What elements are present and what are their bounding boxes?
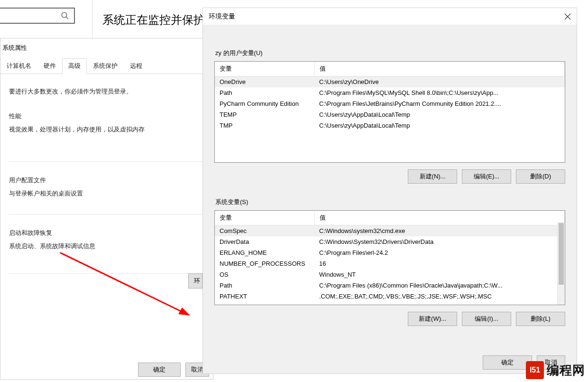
var-value-cell: C:\Users\zy\AppData\Local\Temp (314, 120, 565, 131)
user-new-button[interactable]: 新建(N)... (408, 169, 457, 184)
tab-hardware[interactable]: 硬件 (37, 58, 62, 74)
var-name-cell: OS (215, 269, 314, 280)
admin-note: 要进行大多数更改，你必须作为管理员登录。 (9, 87, 204, 96)
system-new-button[interactable]: 新建(W)... (408, 312, 457, 326)
watermark-logo-icon: l51 (526, 361, 544, 379)
system-delete-button[interactable]: 删除(L) (516, 312, 565, 326)
site-watermark: l51 编程网 (526, 361, 585, 379)
var-value-cell: C:\Program Files (x86)\Common Files\Orac… (314, 280, 565, 291)
user-profile-group-title: 用户配置文件 (9, 176, 200, 185)
var-name-cell: ComSpec (215, 225, 314, 237)
scrollbar-thumb[interactable] (559, 223, 564, 285)
table-row[interactable]: OSWindows_NT (215, 269, 565, 280)
var-name-cell: OneDrive (215, 76, 314, 88)
env-dialog-title: 环境变量 (209, 12, 235, 21)
var-value-cell: C:\Program Files\MySQL\MySQL Shell 8.0\b… (314, 87, 565, 98)
system-variables-list[interactable]: 变量 值 ComSpecC:\Windows\system32\cmd.exeD… (214, 210, 565, 305)
column-header-variable[interactable]: 变量 (215, 211, 314, 225)
system-variables-label: 系统变量(S) (215, 198, 565, 206)
column-header-value[interactable]: 值 (314, 62, 565, 76)
table-row[interactable]: TEMPC:\Users\zy\AppData\Local\Temp (215, 109, 565, 120)
svg-point-0 (62, 12, 67, 18)
table-row[interactable]: ERLANG_HOMEC:\Program Files\erl-24.2 (215, 247, 565, 258)
ok-button[interactable]: 确定 (138, 363, 181, 377)
startup-desc: 系统启动、系统故障和调试信息 (9, 242, 200, 251)
var-value-cell: C:\Users\zy\OneDrive (314, 76, 565, 88)
table-row[interactable]: PATHEXT.COM;.EXE;.BAT;.CMD;.VBS;.VBE;.JS… (215, 291, 565, 302)
watermark-text: 编程网 (547, 362, 585, 379)
table-row[interactable]: ComSpecC:\Windows\system32\cmd.exe (215, 225, 565, 237)
system-edit-button[interactable]: 编辑(I)... (462, 312, 511, 326)
tabs: 计算机名 硬件 高级 系统保护 远程 (0, 58, 213, 74)
var-name-cell: TEMP (215, 109, 314, 120)
var-name-cell: Path (215, 87, 314, 98)
var-name-cell: ERLANG_HOME (215, 247, 314, 258)
env-variables-button-partial[interactable]: 环 (188, 273, 202, 289)
var-value-cell: .COM;.EXE;.BAT;.CMD;.VBS;.VBE;.JS;.JSE;.… (314, 291, 565, 302)
svg-line-1 (66, 17, 68, 19)
var-value-cell: 16 (314, 258, 565, 269)
tab-advanced[interactable]: 高级 (62, 58, 87, 74)
var-value-cell: C:\Windows\System32\Drivers\DriverData (314, 236, 565, 247)
var-name-cell: PyCharm Community Edition (215, 98, 314, 109)
tab-system-protection[interactable]: 系统保护 (87, 58, 124, 74)
var-name-cell: DriverData (215, 236, 314, 247)
environment-variables-dialog: 环境变量 zy 的用户变量(U) 变量 值 OneDriveC:\Users\z… (202, 8, 577, 374)
system-properties-dialog: 系统属性 计算机名 硬件 高级 系统保护 远程 要进行大多数更改，你必须作为管理… (0, 38, 213, 380)
user-edit-button[interactable]: 编辑(E)... (462, 169, 511, 184)
tab-remote[interactable]: 远程 (124, 58, 148, 74)
var-name-cell: PATHEXT (215, 291, 314, 302)
table-row[interactable]: OneDriveC:\Users\zy\OneDrive (215, 76, 565, 88)
user-delete-button[interactable]: 删除(D) (516, 169, 565, 184)
table-row[interactable]: PyCharm Community EditionC:\Program File… (215, 98, 565, 109)
scrollbar[interactable] (557, 222, 565, 305)
column-header-value[interactable]: 值 (314, 211, 565, 225)
table-row[interactable]: PathC:\Program Files (x86)\Common Files\… (215, 280, 565, 291)
search-icon (61, 11, 69, 20)
var-value-cell: Windows_NT (314, 269, 565, 280)
startup-group-title: 启动和故障恢复 (9, 229, 200, 237)
column-header-variable[interactable]: 变量 (215, 62, 314, 76)
performance-desc: 视觉效果，处理器计划，内存使用，以及虚拟内存 (9, 125, 200, 134)
table-row[interactable]: TMPC:\Users\zy\AppData\Local\Temp (215, 120, 565, 131)
page-header-text: 系统正在监控并保护 (102, 12, 205, 28)
table-row[interactable]: DriverDataC:\Windows\System32\Drivers\Dr… (215, 236, 565, 247)
performance-group-title: 性能 (9, 112, 200, 121)
table-row[interactable]: PathC:\Program Files\MySQL\MySQL Shell 8… (215, 87, 565, 98)
tab-computer-name[interactable]: 计算机名 (0, 58, 37, 74)
user-variables-list[interactable]: 变量 值 OneDriveC:\Users\zy\OneDrivePathC:\… (214, 61, 565, 163)
table-row[interactable]: NUMBER_OF_PROCESSORS16 (215, 258, 565, 269)
var-value-cell: C:\Program Files\JetBrains\PyCharm Commu… (314, 98, 565, 109)
var-value-cell: C:\Windows\system32\cmd.exe (314, 225, 565, 237)
var-value-cell: C:\Program Files\erl-24.2 (314, 247, 565, 258)
close-icon[interactable] (564, 13, 571, 20)
var-name-cell: NUMBER_OF_PROCESSORS (215, 258, 314, 269)
var-name-cell: TMP (215, 120, 314, 131)
user-variables-label: zy 的用户变量(U) (215, 49, 565, 57)
env-ok-button[interactable]: 确定 (483, 355, 532, 370)
dialog-title: 系统属性 (0, 38, 213, 57)
user-profile-desc: 与登录帐户相关的桌面设置 (9, 189, 200, 198)
settings-search-input[interactable] (0, 8, 75, 24)
var-name-cell: Path (215, 280, 314, 291)
var-value-cell: C:\Users\zy\AppData\Local\Temp (314, 109, 565, 120)
